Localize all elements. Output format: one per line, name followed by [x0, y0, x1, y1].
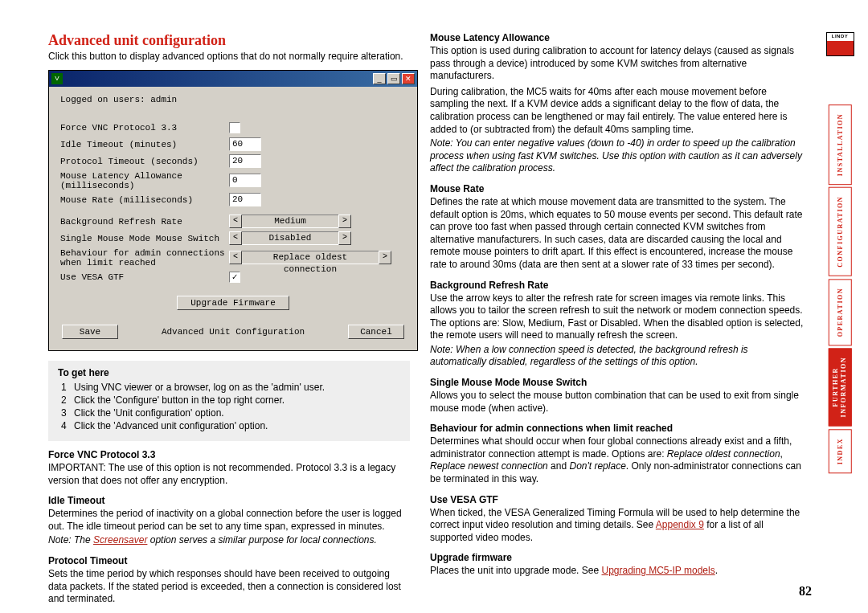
single-mouse-next[interactable]: >: [338, 231, 351, 245]
force-vnc-text: IMPORTANT: The use of this option is not…: [48, 462, 410, 487]
sidebar: LINDY INSTALLATION CONFIGURATION OPERATI…: [824, 32, 856, 473]
single-mouse-prev[interactable]: <: [229, 231, 242, 245]
rate-heading: Mouse Rate: [430, 183, 804, 194]
checkbox-force-vnc[interactable]: [229, 122, 240, 133]
latency-p2: During calibration, the MC5 waits for 40…: [430, 86, 804, 136]
tab-index[interactable]: INDEX: [829, 429, 852, 473]
screensaver-link[interactable]: Screensaver: [93, 534, 147, 546]
input-idle-timeout[interactable]: 60: [229, 137, 261, 151]
behaviour-prev[interactable]: <: [229, 251, 242, 264]
label-protocol-timeout: Protocol Timeout (seconds): [60, 157, 229, 166]
single-mouse-value: Disabled: [242, 231, 338, 245]
step-4: 4Click the 'Advanced unit configuration'…: [61, 420, 400, 431]
tab-operation[interactable]: OPERATION: [829, 279, 852, 345]
protocol-text: Sets the time period by which responses …: [48, 568, 410, 606]
behaviour-text: Determines what should occur when four g…: [430, 435, 804, 485]
minimize-button[interactable]: _: [373, 73, 386, 84]
bg-refresh-next[interactable]: >: [338, 215, 351, 228]
protocol-heading: Protocol Timeout: [48, 555, 410, 566]
label-use-vesa: Use VESA GTF: [60, 272, 229, 282]
label-mouse-rate: Mouse Rate (milliseconds): [60, 195, 229, 205]
upgrade-firmware-button[interactable]: Upgrade Firmware: [177, 296, 289, 310]
idle-heading: Idle Timeout: [48, 495, 410, 506]
label-single-mouse: Single Mouse Mode Mouse Switch: [60, 234, 229, 243]
dialog-title-label: Advanced Unit Configuration: [162, 327, 305, 337]
appendix-link[interactable]: Appendix 9: [656, 519, 704, 530]
intro-text: Click this button to display advanced op…: [48, 51, 410, 63]
tab-installation[interactable]: INSTALLATION: [829, 104, 852, 185]
bg-note: Note: When a low connection speed is det…: [430, 344, 804, 369]
input-mouse-rate[interactable]: 20: [229, 193, 261, 206]
single-text: Allows you to select the mouse button co…: [430, 390, 804, 415]
label-idle-timeout: Idle Timeout (minutes): [60, 140, 229, 149]
maximize-button[interactable]: ▭: [387, 73, 400, 84]
bg-refresh-prev[interactable]: <: [229, 215, 242, 228]
force-vnc-heading: Force VNC Protocol 3.3: [48, 449, 410, 460]
step-2: 2Click the 'Configure' button in the top…: [61, 394, 400, 406]
upgrade-heading: Upgrade firmware: [430, 552, 804, 563]
step-3: 3Click the 'Unit configuration' option.: [61, 407, 400, 419]
logged-on-text: Logged on users: admin: [60, 95, 406, 104]
input-protocol-timeout[interactable]: 20: [229, 154, 261, 168]
label-force-vnc: Force VNC Protocol 3.3: [60, 123, 229, 133]
app-icon: V: [51, 73, 63, 84]
to-get-here-heading: To get here: [58, 367, 400, 378]
upgrade-text: Places the unit into upgrade mode. See U…: [430, 565, 804, 578]
behaviour-value: Replace oldest connection: [242, 251, 379, 264]
save-button[interactable]: Save: [62, 325, 118, 339]
vesa-text: When ticked, the VESA Generalized Timing…: [430, 507, 804, 545]
behaviour-next[interactable]: >: [379, 251, 391, 264]
latency-p1: This option is used during calibration t…: [430, 45, 804, 83]
checkbox-use-vesa[interactable]: ✓: [229, 272, 240, 283]
close-button[interactable]: ✕: [402, 73, 415, 84]
brand-logo: LINDY: [826, 32, 854, 56]
window-titlebar: V _ ▭ ✕: [49, 71, 417, 87]
latency-note: Note: You can enter negative values (dow…: [430, 137, 804, 175]
input-mouse-latency[interactable]: 0: [229, 174, 261, 187]
vesa-heading: Use VESA GTF: [430, 494, 804, 505]
to-get-here-box: To get here 1Using VNC viewer or a brows…: [48, 361, 410, 441]
bg-refresh-value: Medium: [242, 215, 338, 228]
label-behaviour: Behaviour for admin connectionswhen limi…: [60, 248, 229, 268]
tab-further-information[interactable]: FURTHERINFORMATION: [829, 348, 852, 426]
bg-text: Use the arrow keys to alter the refresh …: [430, 292, 804, 342]
idle-note: Note: The Screensaver option serves a si…: [48, 534, 410, 547]
tab-configuration[interactable]: CONFIGURATION: [829, 187, 852, 276]
latency-heading: Mouse Latency Allowance: [430, 32, 804, 43]
page-title: Advanced unit configuration: [48, 32, 410, 49]
idle-text: Determines the period of inactivity on a…: [48, 508, 410, 533]
rate-text: Defines the rate at which mouse movement…: [430, 196, 804, 272]
upgrading-link[interactable]: Upgrading MC5-IP models: [601, 565, 714, 576]
cancel-button[interactable]: Cancel: [348, 325, 404, 339]
page-number: 82: [799, 584, 812, 599]
behaviour-heading: Behaviour for admin connections when lim…: [430, 423, 804, 434]
bg-heading: Background Refresh Rate: [430, 280, 804, 291]
label-bg-refresh: Background Refresh Rate: [60, 217, 229, 227]
vnc-window: V _ ▭ ✕ Logged on users: admin Force VNC…: [48, 70, 418, 351]
single-heading: Single Mouse Mode Mouse Switch: [430, 377, 804, 388]
label-mouse-latency: Mouse Latency Allowance(milliseconds): [60, 171, 229, 190]
step-1: 1Using VNC viewer or a browser, log on a…: [61, 382, 400, 393]
